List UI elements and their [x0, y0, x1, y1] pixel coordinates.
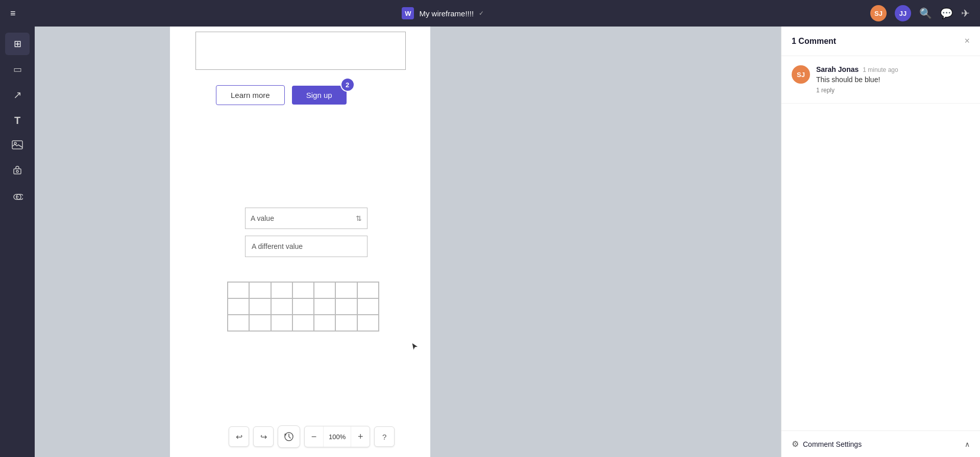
comment-body: Sarah Jonas 1 minute ago This should be … — [816, 65, 898, 94]
buttons-row: Learn more 2 Sign up — [216, 85, 347, 105]
search-icon[interactable]: 🔍 — [919, 7, 932, 19]
table-cell — [228, 315, 249, 331]
avatar-jj[interactable]: JJ — [895, 5, 911, 21]
table-cell — [271, 315, 292, 331]
footer-left: ⚙ Comment Settings — [792, 439, 862, 449]
right-panel: 1 Comment × SJ Sarah Jonas 1 minute ago … — [781, 27, 980, 457]
layers-tool[interactable]: ⊞ — [5, 33, 30, 55]
dropdown-field[interactable]: A value ⇅ — [245, 208, 368, 229]
table-cell — [292, 282, 314, 298]
table-cell — [292, 298, 314, 315]
table-cell — [249, 298, 271, 315]
zoom-minus-button[interactable]: − — [305, 426, 323, 447]
table-cell — [228, 298, 249, 315]
main-layout: ⊞ ▭ ↗ T — [0, 27, 980, 457]
top-bar-right: SJ JJ 🔍 💬 ✈ — [870, 5, 970, 21]
table-cell — [335, 298, 357, 315]
table-cell — [314, 282, 335, 298]
sign-up-wrapper: 2 Sign up — [292, 86, 347, 105]
table-cell — [249, 282, 271, 298]
undo-button[interactable]: ↩ — [229, 426, 249, 447]
text-input-value: A different value — [252, 242, 303, 250]
redo-button[interactable]: ↪ — [253, 426, 274, 447]
table-cell — [292, 315, 314, 331]
comment-icon[interactable]: 💬 — [940, 7, 953, 19]
table-cell — [271, 282, 292, 298]
sign-up-button[interactable]: Sign up — [292, 86, 347, 105]
zoom-plus-button[interactable]: + — [351, 426, 370, 447]
comment-count-badge: 2 — [340, 78, 355, 92]
text-input-field[interactable]: A different value — [245, 236, 368, 257]
comment-row: SJ Sarah Jonas 1 minute ago This should … — [792, 65, 970, 94]
w-badge: W — [402, 7, 414, 19]
zoom-value-display: 100% — [323, 426, 351, 447]
table-cell — [357, 282, 379, 298]
gear-icon: ⚙ — [792, 439, 799, 449]
share-icon[interactable]: ✈ — [961, 7, 970, 19]
table-cell — [357, 315, 379, 331]
component-tool[interactable] — [5, 160, 30, 183]
avatar-sj[interactable]: SJ — [870, 5, 887, 21]
table-grid — [227, 282, 379, 332]
arrow-tool[interactable]: ↗ — [5, 84, 30, 106]
table-cell — [357, 298, 379, 315]
history-button[interactable] — [278, 425, 300, 448]
table-cell — [314, 298, 335, 315]
table-cell — [335, 315, 357, 331]
bottom-toolbar: ↩ ↪ − 100% + ? — [229, 425, 395, 448]
reply-link[interactable]: 1 reply — [816, 87, 898, 94]
text-tool[interactable]: T — [5, 109, 30, 132]
comment-thread: SJ Sarah Jonas 1 minute ago This should … — [781, 56, 980, 104]
link-tool[interactable] — [5, 186, 30, 208]
comment-text: This should be blue! — [816, 75, 898, 84]
comment-meta: Sarah Jonas 1 minute ago — [816, 65, 898, 73]
svg-point-3 — [16, 170, 18, 172]
table-cell — [314, 315, 335, 331]
dropdown-arrow-icon: ⇅ — [356, 214, 362, 222]
rect-placeholder — [195, 32, 406, 70]
text-icon: T — [14, 115, 20, 126]
side-panel-right — [430, 27, 781, 457]
comment-author-name: Sarah Jonas — [816, 65, 859, 73]
help-button[interactable]: ? — [374, 426, 395, 447]
top-bar-center: W My wireframe!!!! ✓ — [402, 7, 484, 19]
verified-icon: ✓ — [479, 10, 484, 17]
image-icon — [12, 140, 23, 152]
right-panel-header: 1 Comment × — [781, 27, 980, 56]
learn-more-button[interactable]: Learn more — [216, 85, 285, 105]
document-title[interactable]: My wireframe!!!! — [419, 9, 474, 18]
table-cell — [228, 282, 249, 298]
side-panel-left — [35, 27, 170, 457]
comment-author-avatar: SJ — [792, 65, 810, 84]
table-cell — [335, 282, 357, 298]
svg-rect-2 — [14, 169, 21, 174]
comment-settings-footer[interactable]: ⚙ Comment Settings ∧ — [781, 430, 980, 457]
layers-icon: ⊞ — [14, 38, 21, 49]
table-cell — [271, 298, 292, 315]
arrow-icon: ↗ — [13, 89, 22, 101]
left-toolbar: ⊞ ▭ ↗ T — [0, 27, 35, 457]
chevron-up-icon: ∧ — [965, 440, 970, 448]
top-bar: ≡ W My wireframe!!!! ✓ SJ JJ 🔍 💬 ✈ — [0, 0, 980, 27]
close-panel-button[interactable]: × — [964, 36, 970, 46]
link-icon — [12, 192, 23, 202]
comment-count-title: 1 Comment — [792, 37, 836, 46]
frames-icon: ▭ — [13, 64, 22, 75]
canvas-area[interactable]: Learn more 2 Sign up A value ⇅ A differe… — [35, 27, 781, 457]
comment-settings-label: Comment Settings — [803, 440, 862, 448]
frames-tool[interactable]: ▭ — [5, 58, 30, 81]
hamburger-icon[interactable]: ≡ — [10, 8, 16, 19]
zoom-control: − 100% + — [304, 426, 370, 447]
top-bar-left: ≡ — [10, 8, 16, 19]
image-tool[interactable] — [5, 135, 30, 157]
dropdown-value: A value — [251, 214, 274, 222]
comment-timestamp: 1 minute ago — [863, 66, 898, 73]
table-cell — [249, 315, 271, 331]
component-icon — [12, 165, 23, 179]
